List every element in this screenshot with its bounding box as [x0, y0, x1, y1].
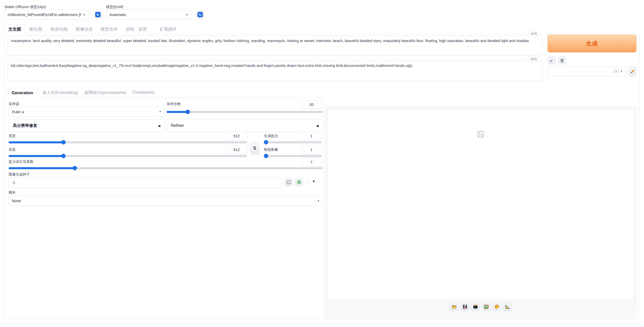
send-to-img2img-button[interactable]	[482, 302, 491, 311]
clear-selection-icon[interactable]: ✕	[614, 69, 619, 74]
pencil-icon	[630, 69, 635, 74]
subtab-generation-label: Generation	[12, 91, 33, 95]
reuse-seed-button[interactable]: ♻	[295, 178, 303, 186]
extra-seed-checkbox[interactable]	[305, 180, 310, 184]
refresh-vae-button[interactable]: ↻	[196, 11, 204, 18]
model-dropdown-value: chilloutmix_NiPrunedFp16Fix.safetensors …	[8, 12, 81, 17]
framed-picture-icon	[484, 304, 489, 309]
subtab-divider	[8, 98, 325, 98]
save-zip-icon	[473, 304, 478, 309]
slider-thumb[interactable]	[73, 166, 77, 170]
width-value: 512	[233, 134, 240, 138]
vae-dropdown[interactable]: Automatic ▼	[106, 10, 191, 20]
sampler-label: 采样器	[9, 102, 19, 106]
vae-dropdown-value: Automatic	[109, 12, 126, 17]
batch-size-input[interactable]: 1	[301, 145, 322, 154]
batch-size-label: 每批数量	[264, 147, 278, 152]
app-bottom-divider	[2, 323, 642, 324]
tab-txt2img[interactable]: 文生图	[4, 24, 25, 34]
batch-count-label: 生成批次	[264, 134, 278, 138]
slider-track	[264, 141, 322, 143]
tab-train[interactable]: 训练	[126, 26, 134, 32]
generate-button[interactable]: 生成	[548, 35, 636, 52]
slider-thumb[interactable]	[264, 140, 268, 144]
cfg-scale-slider[interactable]	[9, 166, 323, 170]
slider-thumb[interactable]	[186, 110, 190, 114]
open-folder-button[interactable]	[450, 302, 459, 311]
subtab-generation[interactable]: Generation	[8, 88, 37, 98]
tab-extras[interactable]: 附加功能	[51, 26, 68, 32]
prompt-token-counter: 0/75	[528, 31, 539, 37]
accordion-arrow-icon: ◀	[316, 124, 319, 128]
random-seed-button[interactable]	[284, 178, 293, 186]
trash-icon	[560, 58, 564, 63]
steps-input[interactable]: 20	[301, 100, 322, 109]
slider-thumb[interactable]	[61, 154, 66, 158]
cfg-scale-value: 7	[310, 160, 312, 164]
sd-webui-app: Stable Diffusion 模型(ckpt) chilloutmix_Ni…	[0, 0, 644, 327]
model-dropdown[interactable]: chilloutmix_NiPrunedFp16Fix.safetensors …	[4, 10, 89, 20]
seed-input[interactable]: -1	[9, 177, 282, 188]
height-label: 高度	[9, 147, 16, 152]
hires-fix-accordion[interactable]: 高分辨率修复 ◀	[9, 119, 165, 132]
slider-track	[264, 155, 322, 157]
refresh-icon: ↻	[198, 12, 203, 17]
paste-params-button[interactable]: ↙	[548, 56, 556, 64]
triangular-ruler-icon	[505, 304, 510, 309]
save-image-button[interactable]	[460, 302, 469, 311]
accordion-arrow-icon: ◀	[158, 124, 160, 128]
image-placeholder-icon	[477, 130, 484, 138]
seed-extra-toggle-icon[interactable]: ▼	[312, 179, 316, 183]
steps-value: 20	[309, 102, 314, 107]
slider-fill	[167, 111, 188, 113]
negative-prompt-input[interactable]: loli,nsfw,logo,text,badhandv4,EasyNegati…	[8, 61, 542, 81]
chevron-down-icon: ▼	[83, 13, 85, 16]
steps-slider[interactable]	[167, 110, 323, 114]
cfg-scale-input[interactable]: 7	[301, 158, 322, 166]
tab-png-info[interactable]: 图像信息	[76, 26, 93, 32]
send-to-inpaint-button[interactable]	[492, 302, 501, 311]
tab-txt2img-label: 文生图	[8, 26, 21, 32]
edit-styles-button[interactable]	[629, 66, 636, 76]
sampler-dropdown-value: Euler a	[12, 110, 24, 114]
chevron-down-icon: ▼	[159, 110, 161, 113]
seed-label: 图像生成种子	[9, 172, 30, 177]
clear-prompt-button[interactable]	[558, 56, 566, 64]
save-zip-button[interactable]	[471, 302, 480, 311]
subtab-hypernetworks[interactable]: 超网络(Hypernetworks)	[84, 90, 126, 95]
prompt-input[interactable]: masterpiece, best quality, very detailed…	[8, 36, 542, 56]
swap-dimensions-button[interactable]: ⇅	[250, 142, 259, 155]
slider-thumb[interactable]	[264, 154, 268, 158]
refresh-icon: ↻	[95, 12, 101, 17]
save-image-icon	[462, 304, 467, 309]
width-input[interactable]: 512	[225, 131, 248, 140]
generate-button-label: 生成	[586, 40, 598, 47]
batch-count-slider[interactable]	[264, 140, 322, 144]
tab-img2img[interactable]: 图生图	[29, 26, 42, 32]
tab-checkpoint-merger[interactable]: 模型合并	[101, 26, 118, 32]
hires-fix-label: 高分辨率修复	[13, 123, 37, 128]
styles-dropdown[interactable]: ✕ ▼	[548, 66, 626, 76]
send-to-extras-button[interactable]	[503, 302, 512, 311]
sampler-dropdown[interactable]: Euler a ▼	[9, 107, 165, 117]
palette-icon	[494, 304, 499, 309]
subtab-checkpoints[interactable]: Checkpoints	[132, 90, 154, 95]
script-label: 脚本	[9, 190, 16, 195]
subtab-embeddings[interactable]: 嵌入式(Embedding)	[43, 90, 78, 95]
height-input[interactable]: 512	[225, 145, 248, 154]
negative-prompt-text: loli,nsfw,logo,text,badhandv4,EasyNegati…	[11, 64, 412, 68]
refiner-accordion[interactable]: Refiner ◀	[167, 119, 323, 132]
refresh-model-button[interactable]: ↻	[94, 11, 102, 18]
prompt-text: masterpiece, best quality, very detailed…	[11, 39, 529, 43]
script-dropdown[interactable]: None ▼	[9, 196, 323, 206]
steps-label: 采样步数	[167, 102, 181, 106]
open-folder-icon	[452, 304, 457, 309]
slider-thumb[interactable]	[61, 140, 66, 144]
width-slider[interactable]	[9, 140, 247, 144]
tab-extensions[interactable]: 扩展插件	[160, 26, 177, 32]
tab-settings[interactable]: 设置	[138, 26, 147, 32]
height-slider[interactable]	[9, 154, 247, 158]
slider-track	[167, 111, 323, 113]
slider-fill	[9, 155, 63, 157]
batch-count-input[interactable]: 1	[301, 131, 322, 140]
